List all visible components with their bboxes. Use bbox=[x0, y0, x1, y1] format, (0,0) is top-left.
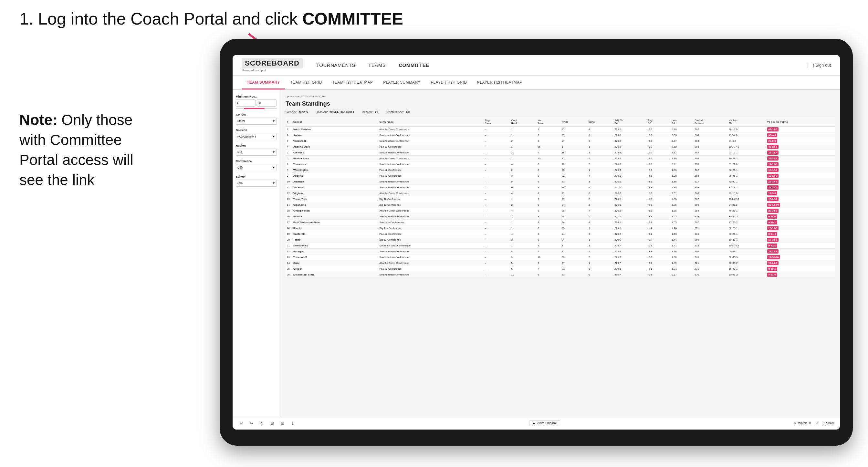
redo-icon[interactable]: ↪ bbox=[248, 420, 254, 427]
table-cell: 7 bbox=[536, 249, 560, 254]
table-cell: 11 bbox=[285, 185, 292, 191]
tab-team-h2h-heatmap[interactable]: TEAM H2H HEATMAP bbox=[327, 76, 378, 90]
table-cell: 15-32-2 bbox=[766, 196, 835, 202]
table-cell: -3.5 bbox=[646, 179, 670, 185]
table-cell: 276.3 bbox=[613, 173, 646, 179]
undo-icon[interactable]: ↩ bbox=[238, 420, 244, 427]
table-cell: 1 bbox=[510, 132, 536, 138]
gender-filter: Gender: Men's bbox=[285, 111, 308, 114]
table-cell: -6.2 bbox=[646, 138, 670, 144]
max-rounds-input[interactable] bbox=[257, 99, 277, 106]
table-cell: 24 bbox=[560, 185, 587, 191]
table-cell: 23 bbox=[560, 167, 587, 173]
table-cell: 203 bbox=[693, 138, 727, 144]
tab-team-summary[interactable]: TEAM SUMMARY bbox=[242, 76, 285, 90]
paste-icon[interactable]: ⊟ bbox=[279, 420, 285, 427]
step-label: 1. Log into the Coach Portal and click C… bbox=[20, 9, 403, 28]
table-cell: -5.5 bbox=[646, 161, 670, 167]
copy-icon[interactable]: ⊞ bbox=[269, 420, 275, 427]
gender-select[interactable]: Men's ▼ bbox=[236, 118, 277, 125]
refresh-icon[interactable]: ↻ bbox=[258, 420, 265, 427]
table-cell: 4 bbox=[587, 127, 613, 132]
table-cell: 80-25-2 bbox=[727, 214, 766, 220]
table-cell: 23 bbox=[285, 254, 292, 260]
col-school: School bbox=[292, 117, 378, 127]
tab-player-summary[interactable]: PLAYER SUMMARY bbox=[378, 76, 426, 90]
sub-nav: TEAM SUMMARY TEAM H2H GRID TEAM H2H HEAT… bbox=[232, 75, 840, 90]
nav-tournaments[interactable]: TOURNAMENTS bbox=[316, 61, 356, 69]
minimum-rounds-section: Minimum Rou... bbox=[236, 95, 277, 109]
rounds-slider[interactable] bbox=[236, 108, 277, 109]
table-cell: 90-33-2 bbox=[727, 260, 766, 266]
table-row: 14OklahomaBig 12 Conference–28242276.9-3… bbox=[285, 202, 835, 208]
table-cell: 9 bbox=[510, 254, 536, 260]
tablet-frame: SCOREBOARD Powered by clippd TOURNAMENTS… bbox=[220, 39, 853, 446]
table-row: 7TennesseeSoutheastern Conference–461822… bbox=[285, 161, 835, 167]
watch-button[interactable]: 👁 Watch ▼ bbox=[794, 422, 811, 425]
table-cell: 17-33-8 bbox=[766, 237, 835, 243]
table-cell: Georgia bbox=[292, 249, 378, 254]
info-icon[interactable]: ℹ bbox=[289, 420, 296, 427]
nav-committee[interactable]: COMMITTEE bbox=[398, 61, 430, 69]
logo-sub: Powered by clippd bbox=[242, 69, 303, 72]
rounds-slider-fill bbox=[244, 108, 265, 109]
tab-team-h2h-grid[interactable]: TEAM H2H GRID bbox=[285, 76, 327, 90]
table-cell: -6.2 bbox=[646, 208, 670, 214]
table-cell: – bbox=[484, 266, 510, 272]
tab-player-h2h-grid[interactable]: PLAYER H2H GRID bbox=[426, 76, 472, 90]
table-cell: 21 bbox=[560, 266, 587, 272]
col-vs-top-50-pts: Vs Top 50 Points bbox=[766, 117, 835, 127]
school-select[interactable]: (All) ▼ bbox=[236, 180, 277, 187]
table-cell: 2.77 bbox=[670, 138, 693, 144]
table-cell: 24 bbox=[560, 214, 587, 220]
toolbar-right: 👁 Watch ▼ ⤢ ⤴ Share bbox=[794, 422, 835, 425]
logo-main: SCOREBOARD bbox=[242, 58, 303, 68]
table-cell: Arkansas bbox=[292, 185, 378, 191]
table-cell: – bbox=[484, 231, 510, 237]
table-cell: Southeastern Conference bbox=[378, 132, 483, 138]
tab-player-h2h-heatmap[interactable]: PLAYER H2H HEATMAP bbox=[472, 76, 528, 90]
table-cell: Florida State bbox=[292, 156, 378, 161]
region-select[interactable]: N/A ▼ bbox=[236, 149, 277, 156]
table-cell: Southeastern Conference bbox=[378, 249, 483, 254]
table-cell: 280.7 bbox=[613, 272, 646, 278]
table-cell: 17-9-0 bbox=[766, 191, 835, 196]
minimum-rounds-label: Minimum Rou... bbox=[236, 95, 277, 98]
min-rounds-input[interactable] bbox=[236, 99, 255, 106]
table-cell: Southeastern Conference bbox=[378, 150, 483, 156]
table-cell: – bbox=[484, 150, 510, 156]
table-cell: 269 bbox=[693, 237, 727, 243]
table-cell: 104-42-3 bbox=[727, 196, 766, 202]
table-cell: – bbox=[484, 191, 510, 196]
table-cell: 72-30-1 bbox=[727, 179, 766, 185]
table-cell: 3 bbox=[510, 237, 536, 243]
gender-section: Gender Men's ▼ bbox=[236, 113, 277, 125]
table-cell: 278.2 bbox=[613, 231, 646, 237]
table-cell: 1 bbox=[587, 150, 613, 156]
table-cell: 1 bbox=[587, 167, 613, 173]
division-select[interactable]: NCAA Division I ▼ bbox=[236, 133, 277, 140]
sign-out-link[interactable]: | Sign out bbox=[808, 63, 831, 67]
conference-select[interactable]: (All) ▼ bbox=[236, 164, 277, 171]
resize-icon[interactable]: ⤢ bbox=[816, 422, 818, 425]
table-cell: 76-26-1 bbox=[727, 208, 766, 214]
col-adj-to-par: Adj. ToPar bbox=[613, 117, 646, 127]
table-cell: 2 bbox=[510, 202, 536, 208]
col-no-tour: NoTour bbox=[536, 117, 560, 127]
nav-teams[interactable]: TEAMS bbox=[368, 61, 386, 69]
table-cell: North Carolina bbox=[292, 127, 378, 132]
table-cell: 1 bbox=[587, 237, 613, 243]
table-cell: Southeastern Conference bbox=[378, 161, 483, 167]
table-cell: 8 bbox=[536, 272, 560, 278]
view-original-button[interactable]: ▶ View: Original bbox=[529, 420, 560, 426]
table-cell: Southeastern Conference bbox=[378, 138, 483, 144]
table-cell: 4 bbox=[510, 161, 536, 167]
table-cell: 117-4.0 bbox=[727, 132, 766, 138]
table-cell: Washington bbox=[292, 167, 378, 173]
table-cell: 30 bbox=[560, 254, 587, 260]
table-cell: Pac-12 Conference bbox=[378, 173, 483, 179]
table-cell: 268 bbox=[693, 185, 727, 191]
table-cell: 9-12-1 bbox=[766, 243, 835, 249]
table-cell: 42-16-0 bbox=[766, 127, 835, 132]
share-button[interactable]: ⤴ Share bbox=[823, 422, 835, 425]
